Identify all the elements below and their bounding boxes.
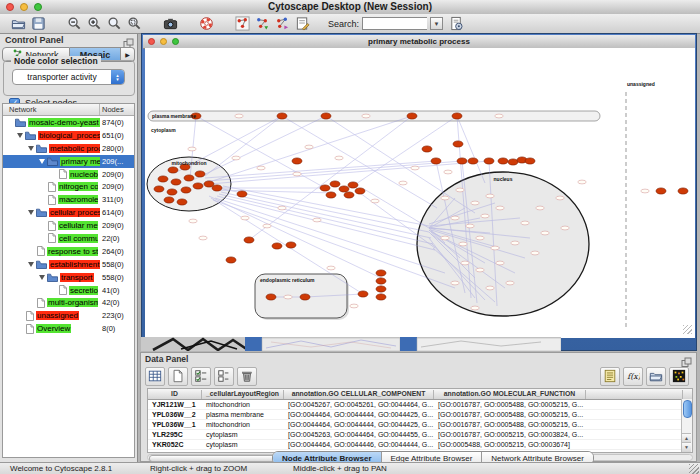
float-panel-icon[interactable]: [123, 35, 134, 46]
tree-row-unassigned[interactable]: unassigned223(0): [3, 309, 134, 322]
network-nodes[interactable]: [154, 113, 688, 300]
scrollbar-thumb[interactable]: [683, 400, 692, 418]
table-cell: cytoplasm: [202, 430, 284, 439]
tree-row-label: nitrogen compo: [58, 182, 98, 191]
folder-icon: [25, 131, 36, 140]
table-vertical-scrollbar[interactable]: ▲ ▼: [681, 399, 692, 452]
zoom-out-icon[interactable]: [64, 15, 84, 33]
tree-row-response-to-stimulu[interactable]: response to stimulu264(0): [3, 245, 134, 258]
tree-row-primary-metabo[interactable]: primary metabo209(...: [3, 155, 134, 168]
column-header[interactable]: ID: [148, 390, 202, 399]
tree-row-nodes: 209(0): [102, 221, 124, 230]
column-header[interactable]: annotation.GO MOLECULAR_FUNCTION: [434, 390, 586, 399]
table-row[interactable]: YJR121W__1mitochondrion[GO:0045267, GO:0…: [148, 400, 692, 410]
file-icon: [48, 221, 56, 231]
file-icon: [59, 169, 67, 179]
tree-row-nodes: 42(0): [102, 298, 120, 307]
table-cell: [GO:0044464, GO:0044444, GO:0044425, G..…: [284, 420, 434, 429]
folder-icon: [36, 260, 47, 269]
network-view-title: primary metabolic process: [143, 37, 695, 46]
tree-row-biological-process[interactable]: biological_process651(0): [3, 129, 134, 142]
table-cell: [GO:0016787, GO:0005215, GO:0003824, G..…: [434, 430, 586, 439]
table-cell: [GO:0016787, GO:0005488, GO:0005215, G..…: [434, 400, 586, 409]
table-row[interactable]: YKR052Ccytoplasm[GO:0044464, GO:0044446,…: [148, 440, 692, 450]
snapshot-icon[interactable]: [160, 15, 180, 33]
tree-row-transport[interactable]: transport558(0): [3, 271, 134, 284]
tree-row-label: cellular process: [49, 208, 100, 217]
table-cell: [GO:0045267, GO:0045261, GO:0044464, G..…: [284, 400, 434, 409]
network-tree-header: Network Nodes: [3, 104, 134, 116]
zoom-selected-icon[interactable]: [124, 15, 144, 33]
tree-row-cell-communicat[interactable]: cell communicat22(0): [3, 232, 134, 245]
tree-row-metabolic-process[interactable]: metabolic process280(0): [3, 142, 134, 155]
notes-icon[interactable]: [600, 367, 620, 386]
import-attributes-icon[interactable]: [646, 367, 666, 386]
tree-row-label: macromolecule: [58, 195, 98, 204]
background-windows-strip: [141, 337, 561, 351]
zoom-in-icon[interactable]: [84, 15, 104, 33]
unselect-attributes-icon[interactable]: [214, 367, 234, 386]
search-input[interactable]: [362, 17, 427, 30]
control-panel-header: Control Panel: [0, 34, 137, 46]
tree-row-label: response to stimulu: [47, 247, 98, 256]
table-row[interactable]: YPL036W__1mitochondrion[GO:0044464, GO:0…: [148, 420, 692, 430]
tree-column-nodes[interactable]: Nodes: [102, 105, 124, 114]
network-window-titlebar[interactable]: primary metabolic process: [143, 35, 695, 49]
float-panel-icon[interactable]: [681, 354, 692, 365]
tree-row-multi-organism-pro[interactable]: multi-organism pro42(0): [3, 296, 134, 309]
app-title: Cytoscape Desktop (New Session): [0, 1, 700, 12]
search-options-icon[interactable]: [446, 15, 466, 33]
scroll-down-icon[interactable]: ▼: [682, 442, 691, 452]
expander-icon[interactable]: [28, 146, 34, 151]
matrix-icon[interactable]: [669, 367, 689, 386]
tree-row-macromolecule[interactable]: macromolecule311(0): [3, 193, 134, 206]
tree-row-nitrogen-compo[interactable]: nitrogen compo209(0): [3, 180, 134, 193]
attribute-grid-icon[interactable]: [145, 367, 165, 386]
expander-icon[interactable]: [28, 210, 34, 215]
tree-row-mosaic-demo-yeast[interactable]: mosaic-demo-yeast874(0): [3, 116, 134, 129]
column-header-empty: [586, 390, 683, 399]
expander-icon[interactable]: [17, 133, 23, 138]
import-table-icon[interactable]: [272, 15, 292, 33]
tree-row-establishment-of-lo[interactable]: establishment of lo558(0): [3, 258, 134, 271]
table-row[interactable]: YPL036W__2plasma membrane[GO:0044464, GO…: [148, 410, 692, 420]
attribute-table-header: ID_cellularLayoutRegionannotation.GO CEL…: [148, 389, 692, 400]
zoom-fit-icon[interactable]: [104, 15, 124, 33]
new-network-icon[interactable]: [232, 15, 252, 33]
help-icon[interactable]: [196, 15, 216, 33]
tree-row-overview[interactable]: Overview8(0): [3, 322, 134, 335]
import-network-icon[interactable]: [252, 15, 272, 33]
function-builder-icon[interactable]: f(x): [623, 367, 643, 386]
expander-icon[interactable]: [39, 275, 45, 280]
new-attribute-icon[interactable]: [168, 367, 188, 386]
save-icon[interactable]: [28, 15, 48, 33]
tree-column-network[interactable]: Network: [9, 105, 37, 114]
node-color-select[interactable]: transporter activity ▴▾: [12, 69, 125, 85]
tree-row-nodes: 280(0): [102, 144, 124, 153]
expander-icon[interactable]: [28, 262, 34, 267]
folder-icon: [47, 157, 58, 166]
annotation-icon[interactable]: [292, 15, 312, 33]
delete-attribute-icon[interactable]: [237, 367, 257, 386]
table-cell: plasma membrane: [202, 410, 284, 419]
data-panel: Data Panel f(x) ID_cellularLayoutRegiona…: [140, 352, 697, 462]
cytoscape-app-window: Cytoscape Desktop (New Session) Search: …: [0, 0, 700, 474]
column-header[interactable]: _cellularLayoutRegion: [202, 390, 284, 399]
tree-row-cellular-metabo[interactable]: cellular metabo209(0): [3, 219, 134, 232]
column-header[interactable]: annotation.GO CELLULAR_COMPONENT: [284, 390, 434, 399]
data-panel-toolbar: f(x): [145, 365, 692, 387]
tree-row-secretion[interactable]: secretion41(0): [3, 284, 134, 297]
view-resize-grip[interactable]: [683, 325, 692, 334]
tree-row-label: cell communicat: [58, 234, 98, 243]
select-attributes-icon[interactable]: [191, 367, 211, 386]
open-icon[interactable]: [8, 15, 28, 33]
expander-icon[interactable]: [39, 159, 45, 164]
search-dropdown-button[interactable]: ▼: [430, 17, 443, 30]
network-canvas[interactable]: plasma membranecytoplasmmitochondrionnuc…: [145, 48, 695, 338]
tree-row-cellular-process[interactable]: cellular process614(0): [3, 206, 134, 219]
app-resize-grip[interactable]: [689, 464, 699, 474]
tree-row-nucleobase-[interactable]: nucleobase-209(0): [3, 168, 134, 181]
folder-icon: [47, 273, 58, 282]
table-row[interactable]: YLR295Ccytoplasm[GO:0045263, GO:0044464,…: [148, 430, 692, 440]
tree-row-label: multi-organism pro: [47, 298, 98, 307]
